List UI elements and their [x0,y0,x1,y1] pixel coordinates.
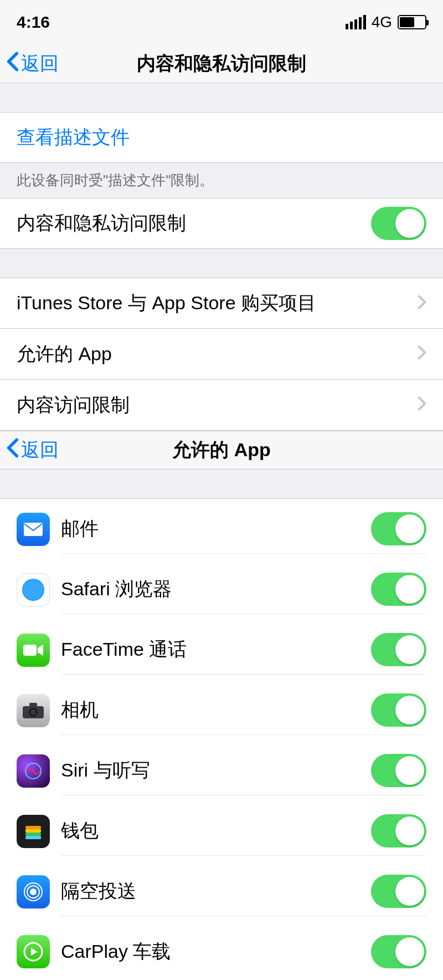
status-right: 4G [346,13,426,31]
mail-toggle[interactable] [371,512,426,545]
status-bar: 4:16 4G [0,0,443,44]
mail-icon [17,513,50,546]
chevron-right-icon [418,394,426,416]
page-title-2: 允许的 App [172,437,271,463]
battery-icon [398,15,426,29]
chevron-left-icon [7,437,19,463]
view-profile-link[interactable]: 查看描述文件 [0,112,443,163]
back-label-2: 返回 [21,437,59,463]
app-row-siri: Siri 与听写 [0,741,443,801]
svg-rect-12 [25,836,41,839]
camera-label: 相机 [61,697,371,723]
svg-rect-3 [23,645,37,656]
safari-icon [17,573,50,606]
carplay-icon [17,935,50,968]
nav-bar-2: 返回 允许的 App [0,431,443,469]
safari-label: Safari 浏览器 [61,576,371,602]
svg-point-7 [30,710,36,715]
itunes-label: iTunes Store 与 App Store 购买项目 [17,290,418,316]
svg-rect-10 [25,829,41,833]
page-title-1: 内容和隐私访问限制 [137,51,306,76]
app-row-safari: Safari 浏览器 [0,559,443,620]
camera-icon [17,694,50,727]
content-privacy-label: 内容和隐私访问限制 [17,211,371,236]
allowed-apps-label: 允许的 App [17,341,418,367]
app-row-facetime: FaceTime 通话 [0,620,443,680]
content-restrict-row[interactable]: 内容访问限制 [0,380,443,431]
wallet-toggle[interactable] [371,814,426,848]
profile-footnote: 此设备同时受"描述文件"限制。 [0,163,443,198]
itunes-row[interactable]: iTunes Store 与 App Store 购买项目 [0,278,443,329]
svg-rect-11 [25,833,41,836]
back-button-2[interactable]: 返回 [0,437,59,463]
wallet-label: 钱包 [61,818,371,844]
signal-icon [346,15,366,29]
content-restrict-label: 内容访问限制 [17,392,418,418]
app-row-carplay: CarPlay 车载 [0,922,443,980]
carplay-toggle[interactable] [371,935,426,968]
airdrop-label: 隔空投送 [61,879,371,904]
svg-rect-9 [25,826,41,829]
siri-label: Siri 与听写 [61,758,371,783]
chevron-left-icon [7,51,19,76]
nav-bar-1: 返回 内容和隐私访问限制 [0,44,443,83]
app-row-airdrop: 隔空投送 [0,861,443,922]
svg-rect-5 [29,703,37,707]
status-time: 4:16 [17,13,50,32]
app-row-mail: 邮件 [0,499,443,559]
wallet-icon [17,815,50,848]
mail-label: 邮件 [61,516,371,542]
carplay-label: CarPlay 车载 [61,939,371,964]
facetime-toggle[interactable] [371,633,426,666]
allowed-apps-row[interactable]: 允许的 App [0,329,443,380]
svg-point-2 [23,580,43,600]
back-button[interactable]: 返回 [0,51,59,76]
chevron-right-icon [418,293,426,314]
airdrop-icon [17,875,50,908]
safari-toggle[interactable] [371,573,426,606]
network-label: 4G [372,13,392,31]
siri-icon [17,754,50,788]
content-privacy-toggle-row: 内容和隐私访问限制 [0,198,443,249]
siri-toggle[interactable] [371,754,426,787]
svg-point-13 [30,889,37,895]
app-row-camera: 相机 [0,680,443,741]
svg-rect-0 [24,523,43,536]
app-row-wallet: 钱包 [0,801,443,861]
back-label: 返回 [21,51,59,76]
content-privacy-toggle[interactable] [371,207,426,240]
facetime-icon [17,634,50,667]
camera-toggle[interactable] [371,693,426,727]
view-profile-label: 查看描述文件 [17,125,426,150]
facetime-label: FaceTime 通话 [61,637,371,662]
airdrop-toggle[interactable] [371,875,426,908]
chevron-right-icon [418,343,426,365]
